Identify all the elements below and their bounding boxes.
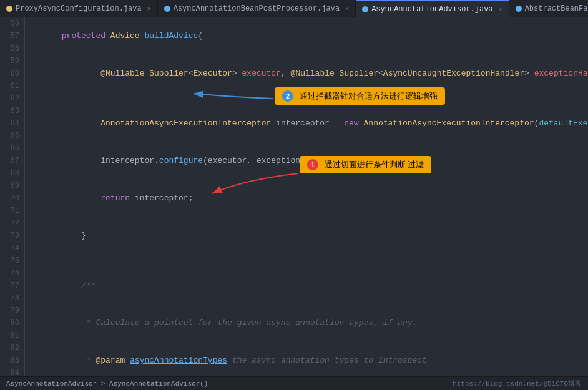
code-line-57: @Nullable Supplier<Executor> executor, @…: [32, 55, 581, 92]
tab-bpp[interactable]: AsyncAnnotationBeanPostProcessor.java ✕: [158, 0, 356, 17]
code-line-61: return interceptor;: [32, 180, 581, 217]
code-content: protected Advice buildAdvice( @Nullable …: [25, 17, 588, 376]
tab-abstract[interactable]: AbstractBeanFactoryAwa... ✕: [509, 0, 588, 17]
tab-close-bpp[interactable]: ✕: [345, 5, 349, 12]
tab-label-bpp: AsyncAnnotationBeanPostProcessor.java: [174, 4, 340, 13]
code-area: 56 57 58 59 60 61 62 63 64 65 66 67 68 6…: [0, 17, 588, 376]
tab-label-abstract: AbstractBeanFactoryAwa...: [525, 4, 588, 13]
code-line-64: /**: [32, 267, 581, 305]
callout-num-2: 2: [282, 90, 293, 102]
tab-label-proxy: ProxyAsyncConfiguration.java: [16, 4, 142, 13]
code-line-63: [32, 255, 581, 267]
tab-icon-proxy: [6, 6, 12, 12]
code-line-62: }: [32, 217, 581, 255]
callout-1: 1 通过切面进行条件判断 过滤: [300, 156, 431, 173]
tab-icon-advisor: [362, 6, 368, 12]
callout-num-1: 1: [307, 159, 318, 170]
tab-advisor[interactable]: AsyncAnnotationAdvisor.java ✕: [356, 0, 509, 17]
code-line-56: protected Advice buildAdvice(: [32, 17, 581, 55]
tab-label-advisor: AsyncAnnotationAdvisor.java: [371, 5, 492, 14]
callout-2-text: 通过拦截器针对合适方法进行逻辑增强: [300, 91, 438, 100]
status-breadcrumb: AsyncAnnotationAdvisor > AsyncAnnotation…: [6, 380, 208, 388]
tab-proxy[interactable]: ProxyAsyncConfiguration.java ✕: [0, 0, 158, 17]
status-bar: AsyncAnnotationAdvisor > AsyncAnnotation…: [0, 376, 588, 390]
tab-icon-bpp: [164, 6, 170, 12]
status-url: https://blog.csdn.net/@51CTO博客: [453, 379, 582, 388]
code-line-66: * @param asyncAnnotationTypes the async …: [32, 342, 581, 376]
code-line-65: * Calculate a pointcut for the given asy…: [32, 305, 581, 342]
code-line-59: AnnotationAsyncExecutionInterceptor inte…: [32, 105, 581, 142]
tab-close-advisor[interactable]: ✕: [499, 6, 502, 13]
line-numbers: 56 57 58 59 60 61 62 63 64 65 66 67 68 6…: [0, 17, 25, 376]
tab-icon-abstract: [516, 6, 522, 12]
tab-bar: ProxyAsyncConfiguration.java ✕ AsyncAnno…: [0, 0, 588, 17]
tab-close-proxy[interactable]: ✕: [147, 5, 151, 12]
callout-1-text: 通过切面进行条件判断 过滤: [325, 160, 424, 169]
callout-2: 2 通过拦截器针对合适方法进行逻辑增强: [275, 87, 445, 105]
